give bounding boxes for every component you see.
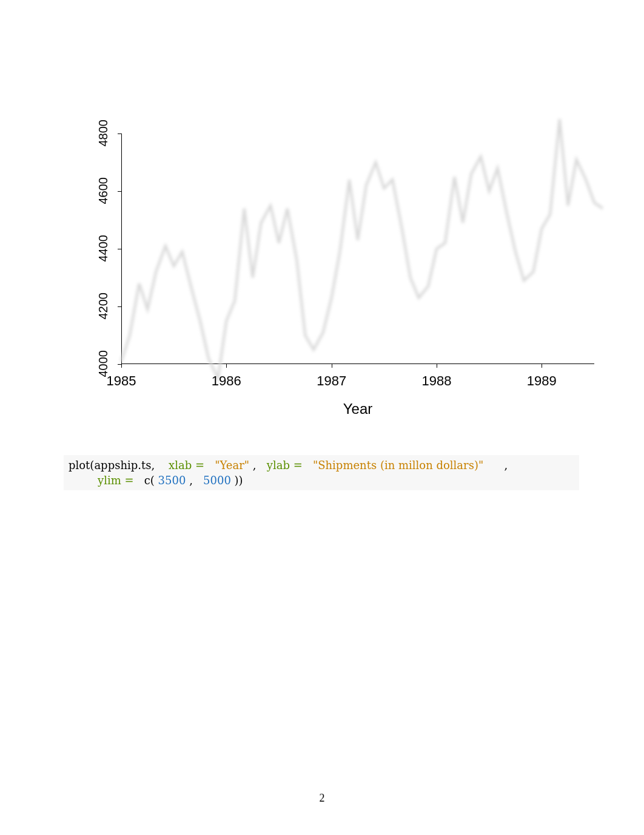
x-tick-label: 1988 bbox=[418, 373, 455, 389]
line-series bbox=[121, 134, 594, 364]
y-tick bbox=[118, 191, 121, 192]
x-tick-label: 1987 bbox=[314, 373, 350, 389]
code-block: plot(appship.ts, xlab = "Year" , ylab = … bbox=[64, 455, 579, 490]
x-tick bbox=[542, 364, 542, 368]
x-tick-label: 1985 bbox=[103, 373, 139, 389]
x-tick bbox=[332, 364, 332, 368]
y-tick-label: 4200 bbox=[96, 296, 110, 320]
y-tick-label: 4800 bbox=[96, 123, 110, 147]
y-tick-label: 4400 bbox=[96, 238, 110, 262]
page-number: 2 bbox=[0, 792, 644, 805]
x-tick bbox=[121, 364, 122, 368]
code-line-2: ylim = c( 3500 , 5000 )) bbox=[69, 473, 574, 488]
x-tick-label: 1986 bbox=[208, 373, 244, 389]
code-line-1: plot(appship.ts, xlab = "Year" , ylab = … bbox=[69, 458, 574, 473]
y-tick bbox=[118, 306, 121, 307]
x-tick bbox=[437, 364, 437, 368]
x-tick-label: 1989 bbox=[523, 373, 560, 389]
shipments-chart: Shipments (in millon dollars) Year 40004… bbox=[73, 134, 600, 419]
x-tick bbox=[226, 364, 227, 368]
y-tick bbox=[118, 134, 121, 134]
x-axis-label: Year bbox=[121, 401, 594, 418]
y-tick bbox=[118, 249, 121, 249]
y-tick-label: 4600 bbox=[96, 180, 110, 205]
